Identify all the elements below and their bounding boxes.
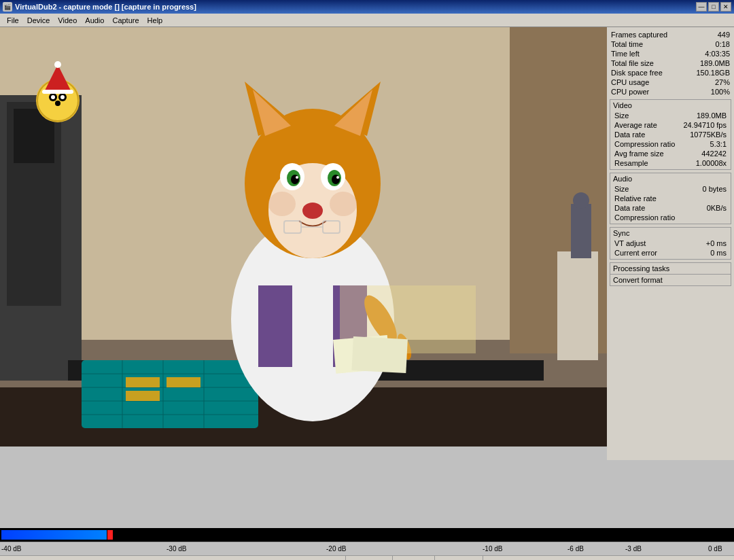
menu-audio[interactable]: Audio (81, 15, 108, 26)
data-rate-label: Data rate (614, 130, 645, 139)
svg-point-38 (336, 176, 339, 179)
app-icon: 🎬 (3, 2, 12, 12)
svg-point-35 (291, 175, 299, 184)
svg-point-49 (51, 95, 55, 99)
video-section-title: Video (613, 101, 728, 109)
restore-button[interactable]: □ (708, 2, 719, 12)
video-size-value: 189.0MB (697, 111, 727, 120)
title-bar: 🎬 VirtualDub2 - capture mode [] [capture… (0, 0, 734, 14)
audio-compression-label: Compression ratio (614, 213, 675, 222)
cpu-usage-value: 27% (715, 78, 730, 86)
svg-rect-6 (557, 251, 598, 360)
menu-bar: File Device Video Audio Capture Help (0, 14, 734, 27)
total-time-label: Total time (611, 40, 643, 48)
processing-content: Convert format (610, 275, 731, 285)
current-error-label: Current error (614, 249, 657, 257)
svg-point-41 (330, 192, 357, 216)
time-left-row: Time left 4:03:35 (610, 49, 731, 58)
data-rate-value: 10775KB/s (690, 130, 727, 139)
audio-size-value: 0 bytes (703, 185, 727, 193)
total-time-value: 0:18 (716, 40, 730, 48)
bottom-gray-area (0, 460, 607, 528)
relative-rate-label: Relative rate (614, 194, 657, 203)
svg-rect-21 (126, 377, 160, 387)
main-content: Frames captured 449 Total time 0:18 Time… (0, 27, 734, 460)
svg-rect-13 (82, 360, 258, 428)
svg-rect-59 (351, 336, 408, 373)
processing-section: Processing tasks Convert format (610, 262, 731, 286)
db-mark-minus6: -6 dB (567, 545, 584, 553)
audio-data-rate-row: Data rate 0KB/s (613, 203, 728, 213)
total-file-size-row: Total file size 189.0MB (610, 58, 731, 68)
total-file-size-label: Total file size (611, 59, 654, 67)
audio-data-rate-label: Data rate (614, 204, 645, 212)
cpu-power-value: 100% (711, 88, 730, 96)
vt-adjust-value: +0 ms (706, 239, 727, 247)
svg-point-40 (268, 192, 296, 216)
svg-point-39 (302, 203, 323, 219)
resample-label: Resample (614, 159, 648, 167)
frames-captured-value: 449 (718, 31, 730, 39)
svg-point-48 (55, 101, 60, 106)
title-bar-buttons: — □ ✕ (696, 2, 731, 12)
disk-space-row: Disk space free 150.18GB (610, 68, 731, 77)
cpu-power-row: CPU power 100% (610, 87, 731, 97)
cpu-usage-label: CPU usage (611, 78, 649, 86)
vu-bar-blue (1, 530, 107, 540)
menu-file[interactable]: File (3, 15, 23, 26)
vu-bar-red (107, 530, 113, 540)
audio-compression-row: Compression ratio (613, 213, 728, 222)
status-frames-info: 449 frames (0 dropped), 18.013s, 0ms jit… (0, 556, 346, 560)
video-section: Video Size 189.0MB Average rate 24.94710… (610, 99, 731, 170)
avg-frame-value: 442242 (701, 150, 727, 158)
compression-label: Compression ratio (614, 140, 675, 148)
svg-rect-52 (42, 90, 73, 94)
db-scale: -40 dB -30 dB -20 dB -10 dB -6 dB -3 dB … (0, 542, 734, 555)
menu-video[interactable]: Video (54, 15, 81, 26)
status-fps: 25.00 fps (393, 556, 435, 560)
avg-rate-row: Average rate 24.94710 fps (613, 120, 728, 130)
total-time-row: Total time 0:18 (610, 39, 731, 49)
close-button[interactable]: ✕ (720, 2, 731, 12)
compression-row: Compression ratio 5.3:1 (613, 139, 728, 149)
sync-section: Sync VT adjust +0 ms Current error 0 ms (610, 227, 731, 260)
db-mark-minus20: -20 dB (326, 545, 346, 553)
status-unknown: (unknown) (346, 556, 392, 560)
data-rate-row: Data rate 10775KB/s (613, 130, 728, 139)
time-left-label: Time left (611, 50, 640, 58)
video-size-row: Size 189.0MB (613, 111, 728, 120)
svg-rect-23 (167, 377, 200, 387)
audio-section-title: Audio (613, 175, 728, 183)
menu-device[interactable]: Device (23, 15, 54, 26)
status-bar: 449 frames (0 dropped), 18.013s, 0ms jit… (0, 555, 734, 560)
svg-point-53 (54, 61, 61, 68)
vt-adjust-row: VT adjust +0 ms (613, 239, 728, 248)
resample-value: 1.00008x (696, 159, 727, 167)
audio-data-rate-value: 0KB/s (707, 204, 727, 212)
audio-size-row: Size 0 bytes (613, 184, 728, 194)
resample-row: Resample 1.00008x (613, 158, 728, 168)
menu-capture[interactable]: Capture (108, 15, 143, 26)
db-mark-zero: 0 dB (708, 545, 722, 553)
svg-point-36 (332, 175, 340, 184)
vt-adjust-label: VT adjust (614, 239, 646, 247)
cpu-power-label: CPU power (611, 88, 649, 96)
minimize-button[interactable]: — (696, 2, 707, 12)
sync-section-title: Sync (613, 229, 728, 237)
vu-meter-area (0, 528, 734, 542)
disk-space-value: 150.18GB (696, 69, 730, 77)
audio-size-label: Size (614, 185, 629, 193)
db-mark-minus30: -30 dB (167, 545, 186, 553)
svg-point-37 (296, 176, 298, 179)
menu-help[interactable]: Help (143, 15, 167, 26)
current-error-row: Current error 0 ms (613, 248, 728, 258)
svg-point-50 (60, 95, 65, 99)
audio-section: Audio Size 0 bytes Relative rate Data ra… (610, 173, 731, 224)
cpu-usage-row: CPU usage 27% (610, 77, 731, 87)
status-bitrate: 57601KB/s (435, 556, 483, 560)
db-mark-minus3: -3 dB (625, 545, 642, 553)
svg-rect-7 (571, 204, 591, 258)
current-error-value: 0 ms (710, 249, 727, 257)
video-area (0, 27, 607, 447)
svg-point-8 (573, 192, 589, 209)
